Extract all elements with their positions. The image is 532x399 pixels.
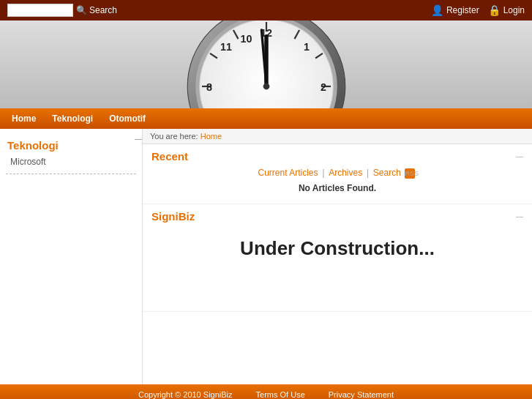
- search-link[interactable]: Search: [373, 168, 401, 178]
- clock-image: 12 1 2 3 6 9 8 11 10: [186, 20, 347, 108]
- recent-title: Recent: [151, 150, 188, 163]
- recent-section-header: Recent —: [151, 150, 523, 163]
- svg-text:1: 1: [304, 40, 310, 52]
- login-link[interactable]: 🔒 Login: [488, 4, 525, 16]
- signibiz-title: SigniBiz: [151, 210, 195, 223]
- terms-of-use-link[interactable]: Terms Of Use: [256, 390, 305, 399]
- top-bar: 🔍 Search 👤 Register 🔒 Login: [0, 0, 532, 20]
- main-layout: — Teknologi Microsoft You are here: Home…: [0, 129, 532, 384]
- search-button[interactable]: 🔍 Search: [76, 5, 117, 15]
- nav-bar: Home Teknologi Otomotif: [0, 108, 532, 129]
- nav-item-otomotif[interactable]: Otomotif: [102, 111, 153, 127]
- register-icon: 👤: [431, 4, 443, 16]
- breadcrumb: You are here: Home: [143, 129, 532, 144]
- banner: 12 1 2 3 6 9 8 11 10: [0, 20, 532, 108]
- svg-text:2: 2: [321, 81, 326, 93]
- footer-copyright: Copyright © 2010 SigniBiz: [138, 390, 233, 399]
- svg-text:10: 10: [240, 32, 252, 44]
- under-construction-text: Under Construction...: [151, 237, 523, 260]
- content-area: You are here: Home Recent — Current Arti…: [143, 129, 532, 384]
- recent-section: Recent — Current Articles | Archives | S…: [143, 144, 532, 204]
- signibiz-collapse-icon[interactable]: —: [516, 212, 523, 220]
- search-label: Search: [89, 5, 117, 15]
- breadcrumb-prefix: You are here:: [150, 132, 198, 141]
- nav-item-home[interactable]: Home: [4, 111, 43, 127]
- sidebar-expand-icon[interactable]: —: [135, 135, 142, 143]
- sidebar-section-header: — Teknologi: [0, 135, 142, 154]
- breadcrumb-home[interactable]: Home: [201, 132, 222, 141]
- current-articles-link[interactable]: Current Articles: [258, 168, 318, 178]
- register-link[interactable]: 👤 Register: [431, 4, 479, 16]
- footer: Copyright © 2010 SigniBiz Terms Of Use P…: [0, 384, 532, 399]
- sidebar-item-microsoft[interactable]: Microsoft: [0, 154, 142, 169]
- signibiz-section-header: SigniBiz —: [151, 210, 523, 223]
- search-area: 🔍 Search: [7, 4, 117, 17]
- search-input[interactable]: [7, 4, 73, 17]
- svg-text:8: 8: [206, 81, 211, 93]
- search-icon: 🔍: [76, 5, 87, 15]
- archives-link[interactable]: Archives: [329, 168, 362, 178]
- sidebar-divider: [6, 174, 136, 174]
- svg-point-26: [263, 83, 269, 90]
- top-right-links: 👤 Register 🔒 Login: [431, 4, 525, 16]
- login-icon: 🔒: [488, 4, 501, 16]
- sidebar: — Teknologi Microsoft: [0, 129, 143, 384]
- register-label: Register: [446, 5, 479, 15]
- signibiz-section: SigniBiz — Under Construction...: [143, 204, 532, 312]
- svg-text:11: 11: [220, 40, 232, 52]
- login-label: Login: [503, 5, 525, 15]
- rss-icon[interactable]: RSS: [405, 168, 415, 179]
- articles-links: Current Articles | Archives | Search RSS: [151, 167, 523, 179]
- nav-item-teknologi[interactable]: Teknologi: [45, 111, 100, 127]
- no-articles-text: No Articles Found.: [151, 183, 523, 193]
- sidebar-title: Teknologi: [0, 135, 142, 154]
- privacy-statement-link[interactable]: Privacy Statement: [329, 390, 394, 399]
- recent-collapse-icon[interactable]: —: [516, 152, 523, 160]
